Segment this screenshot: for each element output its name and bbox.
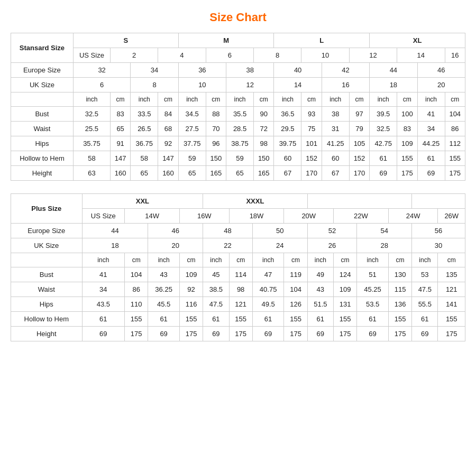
table-cell: 86: [445, 122, 465, 136]
unit-cell: inch: [226, 92, 254, 107]
table-cell: 100: [397, 107, 417, 122]
unit-cell: cm: [397, 92, 417, 107]
table-cell: 83: [110, 107, 130, 122]
table-cell: 41.25: [322, 136, 349, 151]
table-cell: 65: [178, 166, 206, 181]
unit-cell: inch: [370, 92, 397, 107]
europe-size-value: 54: [357, 224, 412, 238]
plus-size-table: Plus Size XXL XXXL US Size14W16W18W20W22…: [11, 193, 465, 341]
table-cell: 79: [349, 122, 369, 136]
table-cell: 34.5: [178, 107, 206, 122]
s-header: S: [73, 33, 178, 48]
table-cell: 47.5: [203, 297, 229, 312]
table-cell: 26.5: [131, 122, 158, 136]
xxl-header: XXL: [82, 194, 203, 209]
uk-size-value: 22: [203, 238, 253, 253]
unit-cell: inch: [322, 92, 349, 107]
table-cell: 29.5: [274, 122, 301, 136]
unit-cell: cm: [254, 92, 274, 107]
unit-cell: cm: [438, 253, 465, 267]
table-cell: 152: [301, 151, 322, 166]
table-cell: 109: [180, 267, 203, 282]
table-cell: 65: [110, 122, 130, 136]
unit-cell: inch: [131, 92, 158, 107]
us-size-value: 10: [301, 48, 349, 63]
uk-size-value: 30: [412, 238, 465, 253]
table-cell: 104: [284, 282, 307, 297]
table-cell: 63: [73, 166, 110, 181]
table-cell: 104: [125, 267, 148, 282]
table-cell: 109: [397, 136, 417, 151]
row-label: Height: [11, 166, 74, 181]
uk-size-value: 20: [417, 78, 465, 92]
table-cell: 130: [388, 267, 411, 282]
table-cell: 124: [334, 267, 357, 282]
row-label: Waist: [11, 282, 83, 297]
table-cell: 121: [438, 282, 465, 297]
table-cell: 39.5: [370, 107, 397, 122]
unit-cell: cm: [388, 253, 411, 267]
table-cell: 69: [357, 327, 389, 341]
unit-cell: inch: [307, 253, 333, 267]
table-cell: 69: [417, 166, 445, 181]
us-size-value: 6: [206, 48, 253, 63]
table-cell: 92: [158, 136, 178, 151]
table-cell: 33.5: [131, 107, 158, 122]
table-cell: 112: [445, 136, 465, 151]
table-cell: 152: [349, 151, 369, 166]
table-cell: 60: [322, 151, 349, 166]
table-cell: 90: [254, 107, 274, 122]
table-cell: 119: [284, 267, 307, 282]
table-cell: 86: [125, 282, 148, 297]
europe-size-value: 32: [73, 63, 130, 78]
row-label: Bust: [11, 107, 74, 122]
row-label: Hollow to Hem: [11, 151, 74, 166]
table-cell: 105: [349, 136, 369, 151]
uk-size-value: 26: [307, 238, 357, 253]
table-cell: 36.75: [131, 136, 158, 151]
uk-size-value: 28: [357, 238, 412, 253]
table-cell: 34: [417, 122, 445, 136]
table-cell: 61: [82, 312, 125, 327]
table-cell: 69: [82, 327, 125, 341]
uk-size-value: 20: [148, 238, 203, 253]
table-cell: 42.75: [370, 136, 397, 151]
table-cell: 61: [307, 312, 333, 327]
table-cell: 155: [388, 312, 411, 327]
us-size-value: 14: [397, 48, 445, 63]
unit-cell: cm: [110, 92, 130, 107]
unit-cell: cm: [206, 92, 226, 107]
europe-size-value: 42: [322, 63, 369, 78]
unit-cell: inch: [417, 92, 445, 107]
table-cell: 147: [158, 151, 178, 166]
5xl-header: [412, 194, 465, 209]
table-cell: 67: [274, 166, 301, 181]
us-size-value: 16: [445, 48, 465, 63]
table-cell: 53.5: [357, 297, 389, 312]
unit-cell: inch: [274, 92, 301, 107]
uk-size-value: 18: [370, 78, 417, 92]
table-cell: 155: [125, 312, 148, 327]
table-cell: 59: [226, 151, 254, 166]
europe-size-value: 44: [370, 63, 417, 78]
table-cell: 59: [178, 151, 206, 166]
europe-size-value: 48: [203, 224, 253, 238]
table-cell: 43: [307, 282, 333, 297]
table-cell: 101: [301, 136, 322, 151]
table-cell: 45.25: [357, 282, 389, 297]
unit-cell: inch: [148, 253, 180, 267]
uk-size-value: 18: [82, 238, 148, 253]
unit-cell: cm: [445, 92, 465, 107]
table-cell: 61: [370, 151, 397, 166]
table-cell: 109: [334, 282, 357, 297]
unit-cell: cm: [158, 92, 178, 107]
unit-cell: inch: [82, 253, 125, 267]
europe-size-label: Europe Size: [11, 63, 74, 78]
table-cell: 28.5: [226, 122, 254, 136]
table-cell: 155: [180, 312, 203, 327]
table-cell: 155: [397, 151, 417, 166]
table-cell: 69: [148, 327, 180, 341]
europe-size-label: Europe Size: [11, 224, 83, 238]
table-cell: 175: [284, 327, 307, 341]
table-cell: 65: [226, 166, 254, 181]
